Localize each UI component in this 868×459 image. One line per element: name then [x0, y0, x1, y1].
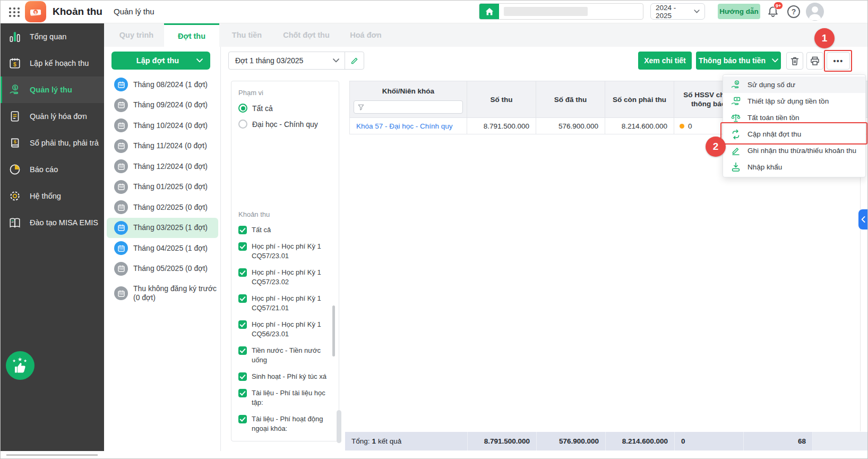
edit-batch-button[interactable]: [345, 56, 364, 65]
month-item[interactable]: Tháng 08/2024 (1 đợt): [107, 74, 218, 95]
calendar-icon: [114, 118, 128, 132]
annotation-step-1: 1: [814, 28, 835, 48]
scales-icon: [731, 113, 741, 123]
sidebar-item-so-phai-thu-phai-tra[interactable]: Sổ phải thu, phải trả: [0, 130, 104, 156]
sidebar-divider: [6, 455, 98, 455]
fee-checkbox[interactable]: Tài liệu - Phí hoạt động ngoại khóa:: [238, 414, 334, 434]
month-item[interactable]: Tháng 04/2025 (1 đợt): [107, 238, 218, 259]
checkbox-checked-icon: [238, 389, 247, 397]
batch-select[interactable]: Đợt 1 tháng 03/2025: [228, 52, 364, 70]
month-list: Tháng 08/2024 (1 đợt) Tháng 09/2024 (0 đ…: [104, 74, 221, 308]
menu-item-su-dung-so-du[interactable]: Sử dụng số dư: [723, 76, 865, 93]
checkbox-checked-icon: [238, 226, 247, 234]
collapse-right-panel-tab[interactable]: [858, 209, 868, 230]
school-year-select[interactable]: 2024 - 2025: [650, 3, 705, 20]
calendar-plan-icon: [8, 57, 21, 70]
filter-scrollbar-thumb[interactable]: [332, 305, 335, 356]
fee-checkbox[interactable]: Học phí - Học phí Kỳ 1 CQ57/23.02: [238, 268, 334, 287]
fee-checkbox[interactable]: Sinh hoạt - Phí ký túc xá: [238, 372, 334, 381]
footer-c5: 0: [674, 432, 743, 450]
guide-button[interactable]: Hướng dẫn: [718, 4, 760, 19]
month-item[interactable]: Tháng 12/2024 (0 đợt): [107, 156, 218, 177]
bar-chart-icon: [8, 30, 21, 43]
tab-dot-thu[interactable]: Đợt thu: [164, 23, 219, 47]
create-batch-button[interactable]: Lập đợt thu: [111, 52, 210, 70]
fee-checkbox[interactable]: Tài liệu - Phí tài liệu học tập:: [238, 388, 334, 407]
checkbox-checked-icon: [238, 242, 247, 251]
batch-select-value[interactable]: Đợt 1 tháng 03/2025: [229, 56, 333, 65]
month-item[interactable]: Tháng 02/2025 (0 đợt): [107, 197, 218, 218]
pencil-icon: [350, 56, 359, 65]
sidebar-item-dao-tao-misa-emis[interactable]: Đào tạo MISA EMIS: [0, 209, 104, 236]
more-actions-button[interactable]: •••: [827, 52, 850, 70]
sidebar-item-quan-ly-hoa-don[interactable]: Quản lý hóa đơn: [0, 103, 104, 130]
month-item-selected[interactable]: Tháng 03/2025 (1 đợt): [107, 218, 218, 239]
feedback-button[interactable]: [6, 351, 35, 380]
tab-thu-tien[interactable]: Thu tiền: [219, 23, 274, 47]
footer-c6: 68: [743, 432, 812, 450]
menu-item-nhap-khau[interactable]: Nhập khẩu: [723, 159, 865, 175]
help-icon[interactable]: ?: [787, 5, 800, 18]
notify-payment-button[interactable]: Thông báo thu tiền: [696, 52, 781, 70]
home-icon[interactable]: [479, 4, 499, 19]
month-item[interactable]: Tháng 10/2024 (0 đợt): [107, 115, 218, 136]
import-icon: [731, 162, 741, 173]
fee-checkbox[interactable]: Tiền nước - Tiền nước uống: [238, 346, 334, 365]
cohort-link[interactable]: Khóa 57 - Đại học - Chính quy: [356, 122, 453, 130]
module-tab-quan-ly-thu[interactable]: Quản lý thu: [114, 0, 154, 23]
delete-button[interactable]: [786, 52, 803, 70]
month-item[interactable]: Thu không đăng ký trước (0 đợt): [107, 279, 218, 308]
fee-checkbox[interactable]: Học phí - Học phí Kỳ 1 CQ56/23.01: [238, 320, 334, 339]
grade-filter-input[interactable]: [367, 104, 452, 111]
avatar[interactable]: [806, 3, 824, 21]
top-bar: Khoản thu Quản lý thu 2024 - 2025 Hướng …: [0, 0, 868, 23]
footer-so-con-phai-thu: 8.214.600.000: [605, 432, 674, 450]
month-item[interactable]: Tháng 05/2025 (0 đợt): [107, 259, 218, 279]
fee-checkbox-all[interactable]: Tất cả: [238, 225, 334, 235]
fee-checkbox[interactable]: Lệ phí tốt nghiệp - Phí xét: [238, 440, 334, 441]
school-search-box[interactable]: [479, 3, 643, 20]
sidebar-item-lap-ke-hoach-thu[interactable]: Lập kế hoạch thu: [0, 50, 104, 76]
print-button[interactable]: [806, 52, 823, 70]
month-item[interactable]: Tháng 11/2024 (0 đợt): [107, 136, 218, 157]
khoan-thu-app-icon[interactable]: [25, 1, 46, 22]
month-item[interactable]: Tháng 09/2024 (0 đợt): [107, 95, 218, 116]
invoice-icon: [8, 110, 21, 123]
fee-checkbox[interactable]: Học phí - Học phí Kỳ 1 CQ57/21.01: [238, 294, 334, 313]
calendar-icon: [114, 98, 128, 112]
refresh-loop-icon: [731, 129, 741, 140]
checkbox-checked-icon: [238, 415, 247, 423]
app-grid-icon[interactable]: [7, 5, 21, 19]
table-scrollbar-thumb[interactable]: [337, 410, 341, 443]
sidebar-item-bao-cao[interactable]: Báo cáo: [0, 156, 104, 183]
menu-item-cap-nhat-dot-thu[interactable]: Cập nhật đợt thu: [723, 126, 865, 142]
calendar-icon: [114, 180, 128, 194]
footer-empty: [812, 432, 868, 450]
checkbox-checked-icon: [238, 372, 247, 381]
menu-item-ghi-nhan-thu-thua-thieu[interactable]: Ghi nhận thu thừa/thiếu khoản thu: [723, 142, 865, 159]
column-filter[interactable]: [354, 100, 463, 114]
view-detail-button[interactable]: Xem chi tiết: [638, 52, 692, 70]
menu-item-thiet-lap-su-dung-tien-ton[interactable]: Thiết lập sử dụng tiền tồn: [723, 93, 865, 109]
sidebar-item-tong-quan[interactable]: Tổng quan: [0, 23, 104, 50]
chevron-down-icon: [772, 58, 778, 63]
footer-so-thu: 8.791.500.000: [467, 432, 536, 450]
open-book-icon: [8, 216, 21, 229]
row-cell-name: Khóa 57 - Đại học - Chính quy: [349, 118, 467, 134]
fee-section: Khoản thu Tất cả Học phí - Học phí Kỳ 1 …: [238, 210, 334, 441]
calendar-icon: [114, 159, 128, 173]
tab-chot-dot-thu[interactable]: Chốt đợt thu: [274, 23, 338, 47]
hand-coin-icon: [8, 83, 21, 96]
fee-label: Khoản thu: [238, 210, 334, 218]
cash-hand-icon: [731, 96, 741, 107]
tab-hoa-don[interactable]: Hoá đơn: [338, 23, 393, 47]
sidebar-item-quan-ly-thu[interactable]: Quản lý thu: [0, 76, 104, 103]
scope-radio-all[interactable]: Tất cả: [238, 104, 331, 113]
fee-checkbox[interactable]: Học phí - Học phí Kỳ 1 CQ57/23.01: [238, 242, 334, 261]
tab-quy-trinh[interactable]: Quy trình: [109, 23, 164, 47]
scope-radio-dai-hoc[interactable]: Đại học - Chính quy: [238, 120, 331, 129]
calendar-icon: [114, 139, 128, 153]
menu-item-tat-toan-tien-ton[interactable]: Tất toán tiền tồn: [723, 109, 865, 126]
month-item[interactable]: Tháng 01/2025 (0 đợt): [107, 177, 218, 198]
sidebar-item-he-thong[interactable]: Hệ thống: [0, 183, 104, 209]
